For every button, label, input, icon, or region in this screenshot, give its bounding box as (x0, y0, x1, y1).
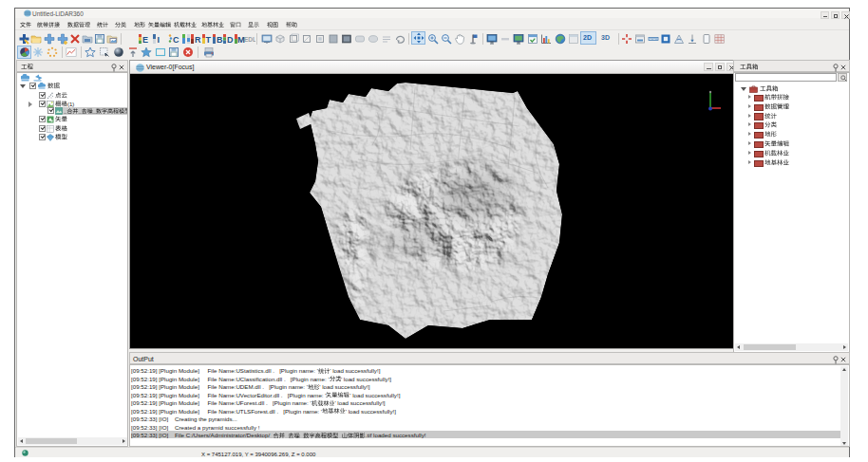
svg-text:E: E (142, 35, 148, 45)
svg-text:D: D (227, 35, 234, 45)
svg-text:I: I (157, 35, 160, 45)
svg-text:EDL: EDL (244, 36, 255, 43)
svg-text:T: T (205, 35, 211, 45)
svg-text:C: C (173, 35, 179, 45)
